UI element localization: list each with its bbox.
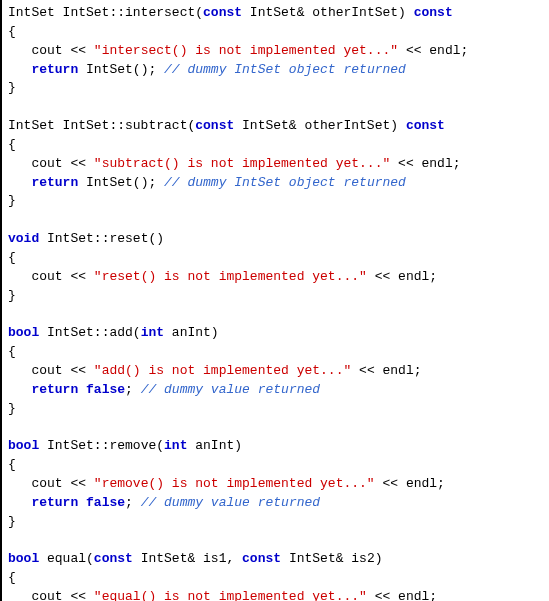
kw-return: return — [31, 382, 78, 397]
sig: IntSet::reset() — [39, 231, 164, 246]
cout-pre: cout << — [8, 476, 94, 491]
kw-return: return — [31, 175, 78, 190]
kw-false: false — [86, 495, 125, 510]
cout-post: << endl; — [390, 156, 460, 171]
brace: { — [8, 570, 16, 585]
brace: { — [8, 457, 16, 472]
kw-bool: bool — [8, 325, 39, 340]
brace: } — [8, 193, 16, 208]
ret-pre — [8, 175, 31, 190]
fn-add: bool IntSet::add(int anInt) { cout << "a… — [8, 325, 422, 415]
cout-post: << endl; — [375, 476, 445, 491]
kw-return: return — [31, 62, 78, 77]
brace: { — [8, 250, 16, 265]
sig: IntSet::remove( — [39, 438, 164, 453]
ret-post: ; — [125, 495, 141, 510]
brace: { — [8, 137, 16, 152]
sig: IntSet IntSet::subtract( — [8, 118, 195, 133]
cout-post: << endl; — [398, 43, 468, 58]
kw-false: false — [86, 382, 125, 397]
cout-post: << endl; — [367, 589, 437, 601]
comment: // dummy value returned — [141, 495, 320, 510]
brace: } — [8, 514, 16, 529]
ret-post: IntSet(); — [78, 175, 164, 190]
fn-equal: bool equal(const IntSet& is1, const IntS… — [8, 551, 437, 601]
string-literal: "remove() is not implemented yet..." — [94, 476, 375, 491]
comment: // dummy IntSet object returned — [164, 175, 406, 190]
ret-pre — [8, 382, 31, 397]
cout-pre: cout << — [8, 156, 94, 171]
cout-pre: cout << — [8, 363, 94, 378]
cout-pre: cout << — [8, 589, 94, 601]
kw-const: const — [94, 551, 133, 566]
cout-pre: cout << — [8, 43, 94, 58]
ret-post: IntSet(); — [78, 62, 164, 77]
fn-subtract: IntSet IntSet::subtract(const IntSet& ot… — [8, 118, 461, 208]
brace: } — [8, 401, 16, 416]
kw-return: return — [31, 495, 78, 510]
brace: { — [8, 24, 16, 39]
cout-post: << endl; — [351, 363, 421, 378]
sig-p2: IntSet& is2) — [281, 551, 382, 566]
kw-const: const — [195, 118, 234, 133]
string-literal: "reset() is not implemented yet..." — [94, 269, 367, 284]
kw-bool: bool — [8, 438, 39, 453]
ret-pre — [8, 62, 31, 77]
sig: IntSet IntSet::intersect( — [8, 5, 203, 20]
brace: { — [8, 344, 16, 359]
kw-int: int — [164, 438, 187, 453]
kw-const: const — [203, 5, 242, 20]
sig: equal( — [39, 551, 94, 566]
sig-p1: IntSet& is1, — [133, 551, 242, 566]
ret-pre — [8, 495, 31, 510]
kw-int: int — [141, 325, 164, 340]
sig-param: IntSet& otherIntSet) — [234, 118, 406, 133]
code-block: IntSet IntSet::intersect(const IntSet& o… — [8, 4, 543, 601]
sig-param: IntSet& otherIntSet) — [242, 5, 414, 20]
comment: // dummy IntSet object returned — [164, 62, 406, 77]
string-literal: "equal() is not implemented yet..." — [94, 589, 367, 601]
ret-mid — [78, 382, 86, 397]
kw-bool: bool — [8, 551, 39, 566]
string-literal: "intersect() is not implemented yet..." — [94, 43, 398, 58]
string-literal: "add() is not implemented yet..." — [94, 363, 351, 378]
kw-const: const — [242, 551, 281, 566]
kw-const: const — [414, 5, 453, 20]
sig-param: anInt) — [187, 438, 242, 453]
ret-mid — [78, 495, 86, 510]
comment: // dummy value returned — [141, 382, 320, 397]
brace: } — [8, 80, 16, 95]
kw-const: const — [406, 118, 445, 133]
ret-post: ; — [125, 382, 141, 397]
cout-post: << endl; — [367, 269, 437, 284]
string-literal: "subtract() is not implemented yet..." — [94, 156, 390, 171]
fn-remove: bool IntSet::remove(int anInt) { cout <<… — [8, 438, 445, 528]
brace: } — [8, 288, 16, 303]
sig-param: anInt) — [164, 325, 219, 340]
sig: IntSet::add( — [39, 325, 140, 340]
cout-pre: cout << — [8, 269, 94, 284]
kw-void: void — [8, 231, 39, 246]
fn-reset: void IntSet::reset() { cout << "reset() … — [8, 231, 437, 303]
fn-intersect: IntSet IntSet::intersect(const IntSet& o… — [8, 5, 468, 95]
